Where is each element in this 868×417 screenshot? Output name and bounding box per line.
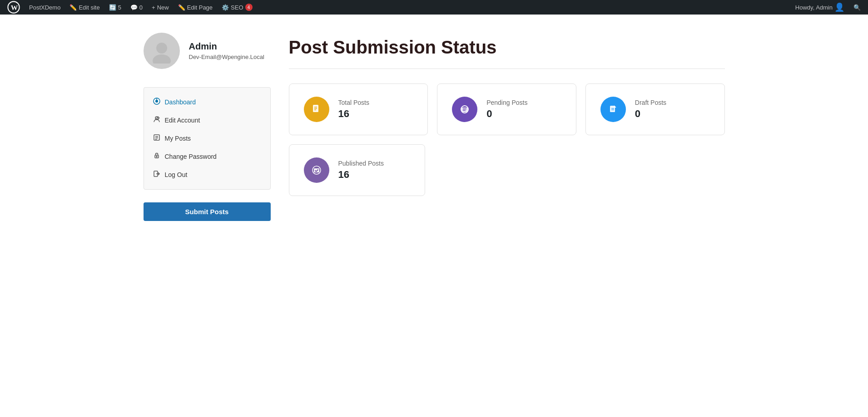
sidebar-item-my-posts[interactable]: My Posts <box>144 129 270 147</box>
sidebar-item-edit-account[interactable]: Edit Account <box>144 111 270 129</box>
pending-posts-icon-circle <box>452 97 477 122</box>
admin-bar: W PostXDemo ✏️ Edit site 🔄 5 💬 0 + New ✏… <box>0 0 868 15</box>
total-posts-card: Total Posts 16 <box>289 83 428 135</box>
comments-button[interactable]: 💬 0 <box>127 0 146 15</box>
new-button[interactable]: + New <box>148 0 173 15</box>
svg-point-5 <box>155 100 158 103</box>
edit-page-label: Edit Page <box>187 4 213 11</box>
avatar <box>144 33 180 69</box>
change-password-label: Change Password <box>165 153 217 160</box>
site-name-label: PostXDemo <box>29 4 60 11</box>
total-posts-label: Total Posts <box>338 99 369 106</box>
my-posts-icon <box>153 134 160 143</box>
search-button[interactable]: 🔍 <box>850 0 864 15</box>
sidebar-item-dashboard[interactable]: Dashboard <box>144 93 270 111</box>
total-posts-value: 16 <box>338 108 369 120</box>
svg-point-13 <box>156 156 157 157</box>
draft-posts-label: Draft Posts <box>635 99 666 106</box>
comments-icon: 💬 <box>130 4 138 11</box>
stats-row-1: Total Posts 16 Pen <box>289 83 725 135</box>
howdy-label: Howdy, Admin <box>795 4 833 11</box>
total-posts-icon-circle <box>304 97 329 122</box>
updates-button[interactable]: 🔄 5 <box>105 0 125 15</box>
draft-posts-value: 0 <box>635 108 666 120</box>
log-out-label: Log Out <box>165 171 188 178</box>
sidebar-item-log-out[interactable]: Log Out <box>144 166 270 184</box>
edit-site-label: Edit site <box>79 4 99 11</box>
svg-rect-12 <box>155 155 159 158</box>
dashboard-icon <box>153 98 160 107</box>
content-divider <box>289 69 725 69</box>
published-posts-icon-circle <box>304 157 329 183</box>
dashboard-label: Dashboard <box>165 98 196 106</box>
profile-header: Admin Dev-Email@Wpengine.Local <box>144 33 271 69</box>
my-posts-label: My Posts <box>165 135 191 142</box>
pencil-icon: ✏️ <box>69 4 77 11</box>
submit-posts-button[interactable]: Submit Posts <box>144 202 271 221</box>
published-posts-value: 16 <box>338 169 384 181</box>
profile-sidebar: Admin Dev-Email@Wpengine.Local Dashboard… <box>144 33 271 221</box>
svg-rect-21 <box>461 108 468 112</box>
seo-button[interactable]: ⚙️ SEO 4 <box>218 0 256 15</box>
document-icon <box>311 104 322 115</box>
edit-icon: ✏️ <box>178 4 185 11</box>
content-area: Admin Dev-Email@Wpengine.Local Dashboard… <box>116 15 752 239</box>
log-out-icon <box>153 170 160 179</box>
svg-rect-28 <box>314 168 319 172</box>
svg-point-3 <box>153 54 171 64</box>
stats-row-2: Published Posts 16 <box>289 144 725 196</box>
new-label: New <box>157 4 169 11</box>
search-icon: 🔍 <box>853 4 861 11</box>
draft-posts-info: Draft Posts 0 <box>635 99 666 120</box>
published-posts-card: Published Posts 16 <box>289 144 425 196</box>
pending-icon <box>459 104 470 115</box>
avatar-icon <box>149 38 174 64</box>
pending-posts-info: Pending Posts 0 <box>486 99 527 120</box>
edit-page-button[interactable]: ✏️ Edit Page <box>174 0 216 15</box>
seo-label: SEO <box>231 4 243 11</box>
profile-info: Admin Dev-Email@Wpengine.Local <box>189 41 264 60</box>
edit-account-label: Edit Account <box>165 117 200 124</box>
total-posts-info: Total Posts 16 <box>338 99 369 120</box>
pending-posts-value: 0 <box>486 108 527 120</box>
seo-icon: ⚙️ <box>222 4 229 11</box>
seo-badge: 4 <box>245 4 253 11</box>
draft-posts-card: Draft Posts 0 <box>585 83 725 135</box>
nav-menu: Dashboard Edit Account My Posts <box>144 87 271 190</box>
draft-posts-icon-circle <box>600 97 626 122</box>
edit-site-button[interactable]: ✏️ Edit site <box>66 0 103 15</box>
change-password-icon <box>153 152 160 161</box>
page-wrapper: Admin Dev-Email@Wpengine.Local Dashboard… <box>0 0 868 417</box>
howdy-button[interactable]: Howdy, Admin 👤 <box>792 0 848 15</box>
published-posts-label: Published Posts <box>338 160 384 167</box>
wp-logo-button[interactable]: W <box>4 0 24 15</box>
pending-posts-card: Pending Posts 0 <box>437 83 576 135</box>
svg-text:W: W <box>11 4 18 11</box>
sidebar-item-change-password[interactable]: Change Password <box>144 147 270 166</box>
updates-count: 5 <box>118 4 121 11</box>
main-content: Post Submission Status Total <box>289 33 725 221</box>
draft-icon <box>608 104 619 115</box>
profile-email: Dev-Email@Wpengine.Local <box>189 54 264 60</box>
published-posts-info: Published Posts 16 <box>338 160 384 181</box>
comments-count: 0 <box>139 4 143 11</box>
plus-icon: + <box>152 4 155 11</box>
user-avatar-icon: 👤 <box>834 2 844 12</box>
svg-point-2 <box>156 43 167 54</box>
edit-account-icon <box>153 116 160 125</box>
published-icon <box>311 165 322 176</box>
updates-icon: 🔄 <box>109 4 116 11</box>
page-title: Post Submission Status <box>289 37 725 58</box>
site-name-button[interactable]: PostXDemo <box>25 0 64 15</box>
adminbar-right: Howdy, Admin 👤 🔍 <box>792 0 864 15</box>
pending-posts-label: Pending Posts <box>486 99 527 106</box>
profile-name: Admin <box>189 41 264 52</box>
